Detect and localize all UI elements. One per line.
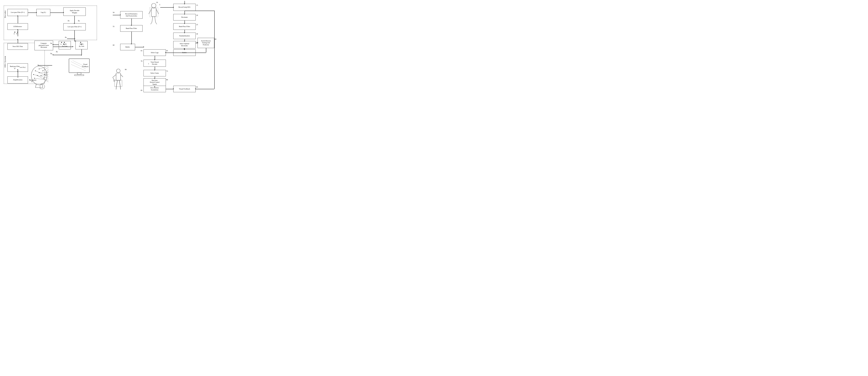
arrow-gains-realtime [155, 76, 155, 78]
svg-line-35 [155, 17, 156, 22]
arrow-dot-deltadiff [18, 30, 18, 36]
record-kinematics-box: Record KinematicsAnd Footswitches [120, 11, 143, 19]
arrow-right-bottom [196, 89, 214, 89]
arrow-fig-scalp [184, 1, 185, 4]
delta-x-label1: Δx [68, 20, 69, 22]
arrow-kine-bandpass [131, 19, 132, 25]
arrow-ygain-cursor [53, 55, 82, 55]
num-35: 35 [196, 41, 198, 43]
dot-A-xgain [61, 42, 62, 43]
svg-line-23 [37, 75, 49, 82]
num-85: 85 [141, 89, 143, 91]
dot-B-label-left: B [17, 33, 17, 35]
num-65: 65 [141, 50, 143, 52]
arrow-bandpass2-buffer [131, 32, 132, 44]
svg-line-32 [149, 9, 151, 14]
arrow-decimate-bandpass [184, 21, 185, 23]
svg-line-47 [116, 86, 117, 89]
dot-B-label-xgain: B [63, 43, 64, 45]
arrow-lpf2-xgain [67, 38, 74, 39]
svg-point-30 [152, 3, 156, 8]
dot-B-xgain [64, 42, 65, 43]
dot-select-optimal [184, 48, 185, 49]
num-55: 55 [113, 26, 115, 27]
delta-x-cursor: Δx [50, 42, 52, 44]
lag-box: Lag (L) [36, 9, 50, 16]
svg-line-14 [39, 66, 49, 69]
decimate-box: Decimate [173, 14, 196, 21]
arrow-storeeeg-up [18, 40, 18, 43]
svg-rect-38 [150, 8, 158, 17]
num-45: 45 [166, 50, 168, 52]
arrow-scalp-decimate [184, 11, 185, 14]
svg-rect-28 [78, 73, 81, 74]
num-30: 30 [196, 33, 198, 35]
dot-A-label-xgain: A [60, 43, 61, 45]
dot-A-left [14, 32, 15, 33]
arrow-cursor-monitor [53, 46, 73, 47]
delta-y-cursor: Δy [50, 53, 52, 54]
svg-line-37 [156, 22, 157, 24]
arrow-xgain-cursor [53, 44, 59, 45]
dot-A-label-left: A [13, 33, 15, 35]
arrow-switch-select [166, 53, 206, 53]
buffer-left-box: Buffer [120, 44, 135, 50]
num-40: 40 [215, 38, 216, 40]
num-60: 60 [113, 44, 115, 46]
arrow-train-gains [155, 67, 155, 70]
cursor-box: Computer-generated CursorMovement [34, 41, 53, 50]
standardization-box: Standardization [173, 33, 196, 39]
select-optimal-box: Select OptimalElectrodes [173, 41, 196, 49]
arrow-amp-bandpass [18, 72, 18, 76]
left-diagram: Decoder EEG System Low-pass Filter (FL1)… [2, 2, 106, 91]
svg-line-34 [152, 17, 153, 22]
svg-line-36 [151, 22, 152, 24]
arrow-switch-right-vert [214, 11, 215, 89]
lpf1-box: Low-pass Filter (FL1) [7, 9, 28, 16]
delta-y-label1: Δy [78, 20, 80, 22]
bandpass2-box: Band-Pass Filter [120, 25, 143, 32]
store-eeg-box: Store EEG Data [7, 43, 28, 50]
arrow-switch-down [206, 48, 206, 53]
num-25: 25 [196, 24, 198, 26]
num-15: 15 [196, 4, 198, 6]
eeg-label: EEG System [4, 56, 6, 67]
bandpass-right-box: Band-Pass Filter [173, 23, 196, 30]
dot-B-ygain [80, 42, 81, 43]
num-80: 80 [166, 79, 168, 81]
monitor-svg [68, 58, 90, 78]
num-95: 95 [196, 86, 198, 88]
select-gains-box: Select Gains [144, 70, 166, 76]
arrow-drive-visual [166, 89, 173, 89]
num-75: 75 [166, 70, 168, 72]
arrow-standard-optimal [184, 39, 185, 41]
svg-line-46 [119, 81, 120, 86]
train-decoder-box: Train NeuralDecoder [144, 60, 166, 67]
svg-line-1 [35, 84, 36, 88]
svg-line-44 [121, 74, 123, 77]
right-diagram: Record Scalp EEG Decimate Band-Pass Filt… [111, 1, 216, 93]
decoder-label: Decoder [4, 10, 6, 18]
arrow-bandpass-standard [184, 30, 185, 33]
num-90: 90 [125, 69, 127, 70]
delta-y-label2: Δy [56, 51, 58, 53]
num-20: 20 [196, 14, 198, 16]
arrow-top-right-h [184, 11, 214, 11]
realtime-box: Real-timeDesired ControlSignals [144, 78, 166, 87]
select-lags-box: Select Lags [144, 50, 166, 56]
num-1: 1 [148, 63, 149, 65]
record-scalp-box: Record Scalp EEG [173, 4, 196, 11]
visual-feedback-right-box: Visual Feedback [173, 86, 196, 92]
svg-rect-40 [116, 73, 121, 81]
arrow-buffer-select [135, 47, 144, 47]
arrow-diff-lpf1 [18, 16, 18, 23]
delta-x-label2: Δx [65, 36, 67, 38]
arrow-lags-train [155, 56, 155, 60]
dot-B-label-ygain: B [81, 43, 82, 45]
arrow-human-kine [113, 15, 120, 15]
num-70: 70 [141, 60, 143, 62]
human-figure-top [147, 3, 160, 27]
lpf2-box: Low-pass Filter (FL2) [63, 23, 86, 30]
svg-rect-29 [74, 74, 84, 76]
svg-line-45 [117, 81, 117, 86]
